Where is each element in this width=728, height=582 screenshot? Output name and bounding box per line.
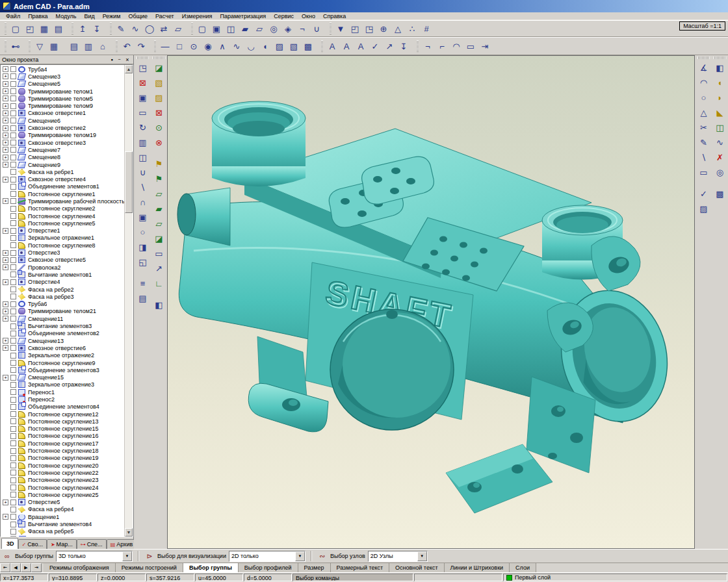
tree-item[interactable]: + Постоянное скругление12 — [1, 411, 124, 418]
menu-item[interactable]: Правка — [25, 13, 51, 19]
workplane-solid-icon[interactable]: ▧ — [151, 75, 166, 90]
contour-2d-icon[interactable]: ○ — [696, 90, 711, 105]
polyline-icon[interactable]: ∧ — [215, 39, 229, 53]
workplane-delete-icon[interactable]: ⊠ — [151, 105, 166, 120]
tree-item[interactable]: + Зеркальное отражение1 — [1, 234, 124, 242]
tree-item[interactable]: + Отверстие3 — [1, 249, 124, 256]
expand-toggle-icon[interactable]: + — [3, 279, 8, 285]
tree-checkbox[interactable] — [10, 191, 16, 197]
toolbar-grip[interactable] — [136, 57, 149, 59]
plane-iso-icon[interactable]: ◪ — [151, 231, 166, 246]
workplane-circle-icon[interactable]: ⊙ — [151, 120, 166, 135]
tree-item[interactable]: + Перенос2 — [1, 396, 124, 403]
pick-element-icon[interactable]: ▭ — [135, 105, 150, 120]
tree-checkbox[interactable] — [10, 477, 16, 483]
pin-icon[interactable]: ▪ — [108, 56, 116, 63]
expand-toggle-icon[interactable]: + — [3, 103, 8, 109]
tree-item[interactable]: + Смещение5 — [1, 81, 124, 88]
plane-icon[interactable]: ▱ — [171, 21, 185, 36]
check-icon[interactable]: ✓ — [368, 39, 382, 53]
tab-nav-arrow-icon[interactable]: ▶ — [21, 563, 31, 572]
tree-checkbox[interactable] — [10, 206, 16, 212]
toolbar-grip[interactable] — [116, 40, 118, 52]
chevron-down-icon[interactable]: ▼ — [295, 551, 305, 561]
tree-item[interactable]: + Отверстие4 — [1, 279, 124, 286]
tree-checkbox[interactable] — [10, 309, 16, 314]
tree-checkbox[interactable] — [10, 507, 16, 512]
tree-item[interactable]: + Вычитание элементов4 — [1, 520, 124, 527]
copy-elements-icon[interactable]: ▥ — [135, 135, 150, 150]
tree-item[interactable]: + Объединение элементов4 — [1, 403, 124, 411]
toolbar-grip[interactable] — [321, 40, 323, 52]
workplane-view-icon[interactable]: ◪ — [151, 60, 166, 75]
tree-checkbox[interactable] — [10, 455, 16, 461]
expand-toggle-icon[interactable]: + — [3, 345, 8, 351]
tree-item[interactable]: + Постоянное скругление23 — [1, 477, 124, 484]
tree-item[interactable]: + Триммирование рабочей плоскостью1 — [1, 197, 124, 205]
tree-item[interactable]: + Объединение элементов1 — [1, 183, 124, 190]
toolbar-grip[interactable] — [330, 23, 332, 34]
visualization-select-combo[interactable]: 2D только ▼ — [229, 551, 306, 562]
tree-item[interactable]: + Перенос1 — [1, 388, 124, 396]
pencil-edit-icon[interactable]: ✎ — [696, 135, 711, 150]
move-node-icon[interactable]: ◱ — [135, 255, 150, 270]
tree-checkbox[interactable] — [10, 294, 16, 299]
plane-top-icon[interactable]: ▱ — [151, 186, 166, 201]
tab-nav-arrow-icon[interactable]: ⇤ — [0, 563, 10, 572]
toolbar-grip[interactable] — [697, 57, 710, 59]
tree-checkbox[interactable] — [10, 338, 16, 344]
expand-toggle-icon[interactable]: + — [3, 301, 8, 307]
tree-item[interactable]: + Труба4 — [1, 66, 124, 73]
tree-checkbox[interactable] — [10, 95, 16, 101]
doc-check-icon[interactable]: ▤ — [67, 39, 81, 53]
project-tab[interactable]: 3D — [1, 538, 18, 549]
tree-item[interactable]: + Фаска на ребре3 — [1, 293, 124, 300]
tree-item[interactable]: + Постоянное скругление20 — [1, 462, 124, 469]
tree-checkbox[interactable] — [10, 272, 16, 277]
flag-apply-icon[interactable]: ⚑ — [151, 171, 166, 186]
tree-checkbox[interactable] — [10, 316, 16, 322]
print-icon[interactable]: ▤ — [51, 21, 66, 36]
tree-checkbox[interactable] — [10, 536, 16, 537]
text-check-icon[interactable]: A — [339, 39, 354, 53]
plane-side-icon[interactable]: ▱ — [151, 216, 166, 231]
tree-checkbox[interactable] — [10, 184, 16, 190]
tree-checkbox[interactable] — [10, 73, 16, 79]
plane-front-icon[interactable]: ▰ — [151, 201, 166, 216]
expand-toggle-icon[interactable]: + — [3, 338, 8, 344]
save-icon[interactable]: ▦ — [37, 21, 51, 36]
tree-item[interactable]: + Смещение6 — [1, 117, 124, 124]
expand-toggle-icon[interactable]: + — [3, 309, 8, 314]
divider-icon[interactable]: ∖ — [696, 150, 711, 165]
block-solid-icon[interactable]: ▣ — [209, 21, 224, 36]
torus-icon[interactable]: ◎ — [266, 21, 281, 36]
checker-pattern-icon[interactable]: ▩ — [712, 186, 727, 201]
closed-spline-icon[interactable]: ◖ — [258, 39, 272, 53]
tree-checkbox[interactable] — [10, 382, 16, 388]
ops-table-icon[interactable]: ▤ — [135, 291, 150, 306]
mirror-elements-icon[interactable]: ◫ — [135, 150, 150, 165]
toolbar-grip[interactable] — [5, 23, 6, 34]
panel-minimize-icon[interactable]: ﹣ — [116, 56, 124, 63]
expand-toggle-icon[interactable]: + — [3, 95, 8, 101]
tree-item[interactable]: + Триммирование телом9 — [1, 102, 124, 109]
expand-toggle-icon[interactable]: + — [3, 162, 8, 168]
tree-checkbox[interactable] — [10, 118, 16, 123]
tree-checkbox[interactable] — [10, 140, 16, 146]
tree-item[interactable]: + Постоянное скругление9 — [1, 359, 124, 366]
home-icon[interactable]: ⌂ — [96, 39, 110, 53]
closed-polyline-icon[interactable]: ◡ — [244, 39, 258, 53]
filter-icon[interactable]: ▽ — [32, 39, 47, 53]
tree-item[interactable]: + Постоянное скругление18 — [1, 447, 124, 454]
tree-item[interactable]: + Сквозное отверстие3 — [1, 139, 124, 146]
tree-checkbox[interactable] — [10, 529, 16, 535]
hatch2-icon[interactable]: ▧ — [287, 39, 301, 53]
render-mode-icon[interactable]: ◧ — [151, 297, 166, 312]
tree-item[interactable]: + Постоянное скругление19 — [1, 455, 124, 462]
tree-item[interactable]: + Постоянное скругление25 — [1, 491, 124, 498]
cube-view-icon[interactable]: ◳ — [362, 21, 376, 36]
deform-surface-icon[interactable]: ∿ — [712, 135, 727, 150]
radius-dim-icon[interactable]: ◠ — [449, 39, 463, 53]
menu-item[interactable]: Расчет — [152, 13, 177, 19]
scroll-up-icon[interactable]: ▲ — [125, 65, 133, 73]
